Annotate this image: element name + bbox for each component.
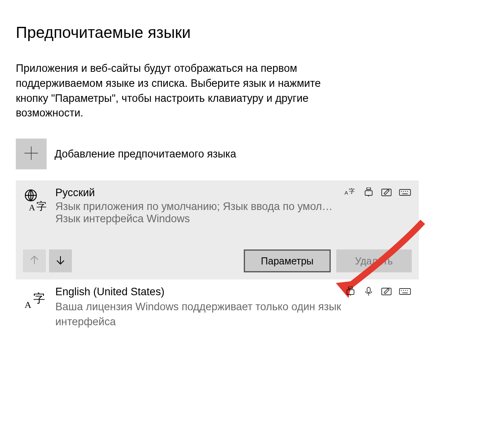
speech-recognition-icon [363, 287, 375, 298]
add-language-button[interactable] [16, 139, 47, 169]
handwriting-icon [381, 287, 393, 298]
svg-text:A: A [29, 202, 35, 212]
keyboard-icon [399, 287, 411, 298]
preferred-languages-heading: Предпочитаемые языки [16, 24, 485, 41]
add-language-label: Добавление предпочитаемого языка [55, 148, 236, 160]
display-language-icon: A 字 [345, 187, 356, 199]
arrow-up-icon [29, 255, 40, 267]
plus-icon [24, 146, 39, 162]
svg-rect-9 [365, 191, 372, 195]
svg-text:字: 字 [33, 292, 45, 305]
add-preferred-language-row[interactable]: Добавление предпочитаемого языка [16, 139, 485, 169]
language-character-icon: A 字 [23, 287, 47, 313]
svg-rect-12 [399, 189, 411, 195]
keyboard-icon [399, 187, 411, 199]
svg-text:字: 字 [36, 201, 47, 212]
svg-text:字: 字 [349, 187, 355, 194]
language-globe-icon: A 字 [23, 188, 47, 214]
language-feature-icons: A 字 [345, 187, 411, 199]
svg-rect-28 [382, 288, 391, 295]
handwriting-icon [381, 187, 393, 199]
language-item-russian[interactable]: A 字 Русский Язык приложения по умолчанию… [16, 180, 419, 279]
text-to-speech-icon [363, 187, 375, 199]
svg-rect-26 [367, 287, 370, 292]
options-button[interactable]: Параметры [244, 249, 330, 272]
move-down-button[interactable] [49, 249, 72, 272]
svg-rect-29 [399, 289, 411, 294]
arrow-down-icon [55, 255, 66, 267]
delete-button[interactable]: Удалить [336, 249, 412, 272]
svg-text:A: A [345, 190, 348, 196]
language-item-english[interactable]: A 字 English (United States) Ваша лицензи… [16, 279, 419, 336]
svg-text:A: A [24, 300, 32, 310]
preferred-languages-description: Приложения и веб-сайты будут отображатьс… [16, 61, 356, 121]
svg-rect-11 [382, 189, 391, 196]
language-meta-line-2: Язык интерфейса Windows [55, 213, 412, 225]
text-to-speech-icon [345, 287, 356, 298]
move-up-button[interactable] [23, 249, 46, 272]
language-feature-icons [345, 287, 411, 298]
language-meta-line-1: Язык приложения по умолчанию; Язык ввода… [55, 201, 348, 213]
svg-rect-24 [347, 290, 354, 294]
language-meta: Ваша лицензия Windows поддерживает тольк… [55, 300, 348, 330]
